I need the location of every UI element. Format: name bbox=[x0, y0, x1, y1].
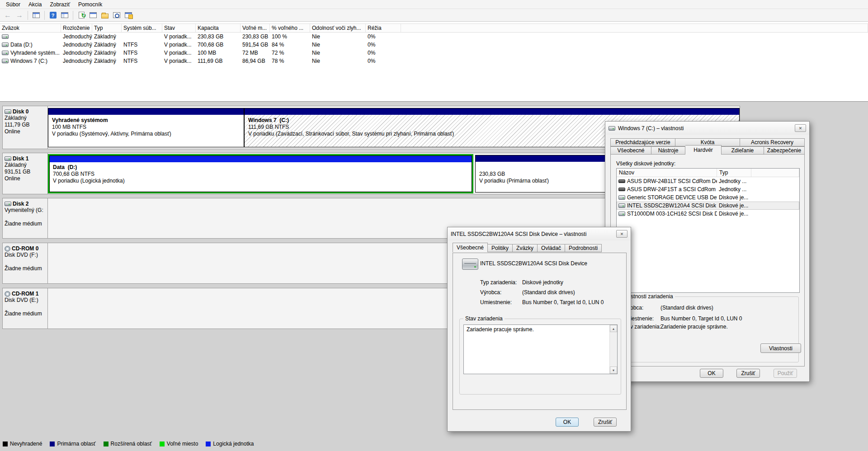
tab-details[interactable]: Podrobnosti bbox=[565, 244, 602, 252]
table-row[interactable]: Data (D:) Jednoduchý Základný NTFS V por… bbox=[0, 41, 868, 49]
properties-button[interactable] bbox=[88, 10, 99, 21]
drives-list-header: Názov Typ bbox=[617, 169, 799, 177]
cdrom0-label[interactable]: CD-ROM 0 Disk DVD (F:) Žiadne médium bbox=[3, 243, 48, 283]
cdrom1-label[interactable]: CD-ROM 1 Disk DVD (E:) Žiadne médium bbox=[3, 288, 48, 329]
tab-policies[interactable]: Politiky bbox=[488, 244, 513, 252]
volume-icon bbox=[609, 126, 615, 131]
empty-cell bbox=[751, 202, 799, 210]
tab-security[interactable]: Zabezpečenie bbox=[764, 146, 805, 155]
device-name: INTEL SSDSC2BW120A4 SCSI Disk Device bbox=[480, 260, 587, 267]
disk1-label[interactable]: Disk 1 Základný 931,51 GB Online bbox=[3, 153, 48, 194]
find-button[interactable] bbox=[111, 10, 122, 21]
list-item[interactable]: Generic STORAGE DEVICE USB Device Diskov… bbox=[617, 193, 799, 202]
tab-driver[interactable]: Ovládač bbox=[538, 244, 565, 252]
tab-strip: Všeobecné Politiky Zväzky Ovládač Podrob… bbox=[453, 244, 602, 252]
properties-button[interactable]: Vlastnosti bbox=[760, 343, 801, 353]
forward-button[interactable]: → bbox=[14, 10, 25, 21]
close-button[interactable]: ✕ bbox=[616, 230, 627, 238]
disk0-label[interactable]: Disk 0 Základný 111,79 GB Online bbox=[3, 106, 48, 149]
column-header-capacity[interactable]: Kapacita bbox=[196, 24, 241, 32]
tab-tools[interactable]: Nástroje bbox=[651, 146, 685, 155]
disk2-label[interactable]: Disk 2 Vymeniteľný (G: Žiadne médium bbox=[3, 198, 48, 238]
column-header-status[interactable]: Stav bbox=[162, 24, 196, 32]
column-header-filesystem[interactable]: Systém súb... bbox=[122, 24, 162, 32]
tab-sharing[interactable]: Zdieľanie bbox=[722, 146, 764, 155]
partition-system-reserved[interactable]: Vyhradené systémom 100 MB NTFS V poriadk… bbox=[48, 108, 244, 147]
toolbar-separator bbox=[73, 11, 73, 20]
column-header-name[interactable]: Názov bbox=[617, 169, 717, 177]
tab-previous-versions[interactable]: Predchádzajúce verzie bbox=[610, 138, 675, 146]
refresh-button[interactable] bbox=[76, 10, 87, 21]
disk-size bbox=[5, 258, 47, 265]
free-pct-cell: 78 % bbox=[270, 57, 310, 65]
column-header-type[interactable]: Typ bbox=[92, 24, 122, 32]
help-button[interactable]: ? bbox=[47, 10, 58, 21]
free-cell: 86,94 GB bbox=[241, 57, 270, 65]
list-item-selected[interactable]: INTEL SSDSC2BW120A4 SCSI Disk D... Disko… bbox=[617, 202, 799, 210]
list-item[interactable]: ASUS DRW-24B1LT SCSI CdRom Dev... Jednot… bbox=[617, 177, 799, 185]
menu-view[interactable]: Zobraziť bbox=[46, 0, 74, 9]
cancel-button[interactable]: Zrušiť bbox=[736, 369, 760, 378]
table-row[interactable]: Windows 7 (C:) Jednoduchý Základný NTFS … bbox=[0, 57, 868, 65]
fault-tol-cell: Nie bbox=[310, 41, 366, 49]
scroll-up-icon[interactable]: ▲ bbox=[610, 325, 617, 332]
empty-cell bbox=[401, 33, 868, 41]
volume-table-body: Jednoduchý Základný V poriadk... 230,83 … bbox=[0, 33, 868, 65]
fs-cell: NTFS bbox=[122, 49, 162, 57]
disk-type: Vymeniteľný (G: bbox=[5, 207, 47, 214]
type-cell: Základný bbox=[92, 57, 122, 65]
column-header-volume[interactable]: Zväzok bbox=[0, 24, 61, 32]
partition-data-d[interactable]: Data (D:) 700,68 GB NTFS V poriadku (Log… bbox=[48, 154, 473, 193]
volume-icon bbox=[2, 34, 9, 39]
table-row[interactable]: Jednoduchý Základný V poriadk... 230,83 … bbox=[0, 33, 868, 41]
tab-acronis-recovery[interactable]: Acronis Recovery bbox=[740, 138, 805, 146]
forward-icon: → bbox=[16, 12, 23, 19]
back-button[interactable]: ← bbox=[2, 10, 13, 21]
column-header-fault-tolerance[interactable]: Odolnosť voči zlyh... bbox=[310, 24, 366, 32]
disk-icon bbox=[5, 109, 11, 114]
empty-cell bbox=[401, 49, 868, 57]
column-header-type[interactable]: Typ bbox=[717, 169, 751, 177]
capacity-cell: 230,83 GB bbox=[196, 33, 241, 41]
tab-general[interactable]: Všeobecné bbox=[610, 146, 651, 155]
console-window-button[interactable] bbox=[31, 10, 42, 21]
close-button[interactable]: ✕ bbox=[795, 124, 806, 132]
overhead-cell: 0% bbox=[366, 33, 401, 41]
table-row[interactable]: Vyhradené systém... Jednoduchý Základný … bbox=[0, 49, 868, 57]
ok-button[interactable]: OK bbox=[700, 369, 723, 378]
list-item[interactable]: ST1000DM 003-1CH162 SCSI Disk De... Disk… bbox=[617, 210, 799, 218]
tab-hardware[interactable]: Hardvér bbox=[685, 145, 722, 155]
menu-action[interactable]: Akcia bbox=[24, 0, 46, 9]
tab-general[interactable]: Všeobecné bbox=[453, 243, 488, 252]
ok-button[interactable]: OK bbox=[556, 418, 579, 427]
device-status-textbox[interactable]: Zariadenie pracuje správne. ▲ ▼ bbox=[463, 324, 618, 374]
show-tree-button[interactable] bbox=[59, 10, 70, 21]
disk-type: Disk DVD (E:) bbox=[5, 297, 47, 304]
partition-name: Data (D:) bbox=[53, 164, 470, 171]
column-header-free[interactable]: Voľné m... bbox=[241, 24, 270, 32]
device-type-label: Typ zariadenia: bbox=[480, 279, 517, 286]
empty-cell bbox=[751, 193, 799, 202]
list-item[interactable]: ASUS DRW-24F1ST a SCSI CdRom ... Jednotk… bbox=[617, 185, 799, 193]
scroll-down-icon[interactable]: ▼ bbox=[610, 366, 617, 374]
find-icon bbox=[113, 12, 120, 18]
partition-name: Vyhradené systémom bbox=[52, 117, 242, 124]
menu-file[interactable]: Súbor bbox=[2, 0, 24, 9]
status-cell: V poriadk... bbox=[162, 41, 196, 49]
column-header-layout[interactable]: Rozloženie bbox=[61, 24, 92, 32]
fault-tol-cell: Nie bbox=[310, 57, 366, 65]
column-header-overhead[interactable]: Réžia bbox=[366, 24, 401, 32]
scrollbar[interactable]: ▲ ▼ bbox=[609, 325, 617, 374]
tab-volumes[interactable]: Zväzky bbox=[513, 244, 538, 252]
device-name-cell: INTEL SSDSC2BW120A4 SCSI Disk D... bbox=[617, 202, 717, 210]
manage-button[interactable] bbox=[123, 10, 134, 21]
cancel-button[interactable]: Zrušiť bbox=[594, 418, 617, 427]
column-header-empty bbox=[401, 24, 868, 32]
menu-help[interactable]: Pomocník bbox=[74, 0, 106, 9]
disk-drive-icon bbox=[618, 195, 625, 200]
column-header-free-pct[interactable]: % voľného ... bbox=[270, 24, 310, 32]
free-cell: 591,54 GB bbox=[241, 41, 270, 49]
apply-button[interactable]: Použiť bbox=[774, 369, 797, 378]
layout-cell: Jednoduchý bbox=[61, 33, 92, 41]
open-button[interactable] bbox=[99, 10, 110, 21]
